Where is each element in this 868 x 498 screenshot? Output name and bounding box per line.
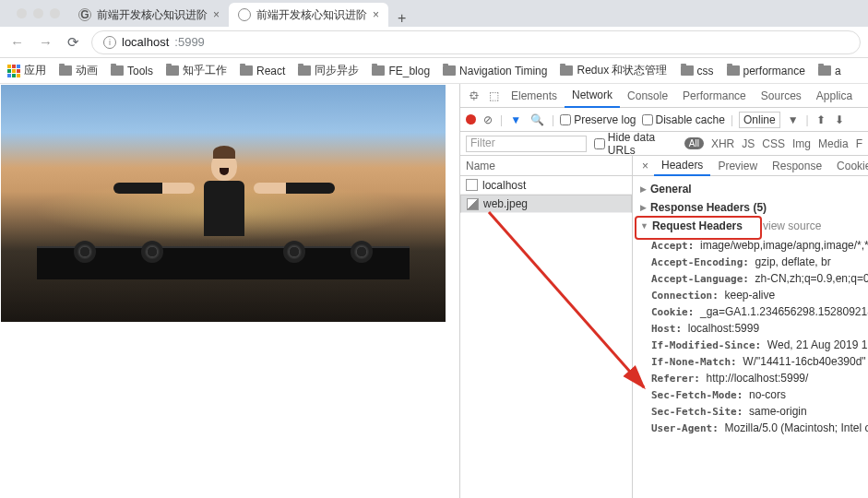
folder-icon — [111, 65, 124, 76]
favicon-icon — [238, 8, 251, 21]
view-source-link[interactable]: view source — [763, 219, 821, 232]
tab-preview[interactable]: Preview — [710, 156, 765, 175]
section-general[interactable]: ▶General — [633, 180, 868, 198]
reload-button[interactable]: ⟳ — [65, 34, 82, 51]
network-filter-bar: Filter Hide data URLs All XHR JS CSS Img… — [460, 132, 868, 156]
header-row: Sec-Fetch-Mode: no-cors — [651, 386, 868, 403]
bookmark-item[interactable]: a — [818, 65, 841, 77]
bookmark-item[interactable]: 动画 — [59, 63, 98, 78]
hide-data-urls-checkbox[interactable]: Hide data URLs — [594, 131, 677, 157]
bookmark-item[interactable]: Tools — [111, 65, 153, 77]
section-response-headers[interactable]: ▶Response Headers (5) — [633, 198, 868, 217]
tab-application[interactable]: Applica — [809, 84, 860, 107]
bookmark-item[interactable]: Redux 和状态管理 — [560, 63, 667, 78]
url-port: :5999 — [174, 35, 205, 49]
folder-icon — [372, 65, 385, 76]
tab-title: 前端开发核心知识进阶 — [256, 7, 367, 23]
chevron-down-icon[interactable]: ▼ — [786, 113, 801, 126]
network-toolbar: ⊘ | ▼ 🔍 | Preserve log Disable cache | O… — [460, 108, 868, 132]
header-row: Accept: image/webp,image/apng,image/*,*/… — [651, 237, 868, 254]
folder-icon — [818, 65, 831, 76]
apps-button[interactable]: 应用 — [7, 63, 46, 78]
disable-cache-checkbox[interactable]: Disable cache — [642, 113, 725, 126]
triangle-down-icon: ▼ — [640, 221, 648, 231]
detail-tabs: × Headers Preview Response Cookies Tir — [633, 156, 868, 176]
url-host: localhost — [122, 35, 169, 49]
header-row: Cookie: _ga=GA1.1.234656298.1528092185; … — [651, 303, 868, 320]
name-column-header[interactable]: Name — [460, 156, 632, 176]
filter-font[interactable]: F — [856, 137, 862, 150]
folder-icon — [727, 65, 740, 76]
header-row: If-None-Match: W/"14411-16cb40e390d" — [651, 353, 868, 370]
bookmark-item[interactable]: 知乎工作 — [166, 63, 227, 78]
header-row: User-Agent: Mozilla/5.0 (Macintosh; Inte… — [651, 420, 868, 436]
url-input[interactable]: i localhost:5999 — [91, 30, 861, 54]
section-request-headers[interactable]: ▼Request Headersview source — [633, 217, 868, 235]
tab-headers[interactable]: Headers — [654, 157, 710, 176]
traffic-max[interactable] — [50, 8, 60, 18]
tab-elements[interactable]: Elements — [504, 84, 565, 107]
traffic-min[interactable] — [33, 8, 43, 18]
window-controls — [7, 0, 69, 27]
inspect-icon[interactable]: ⯐ — [464, 89, 484, 102]
bookmarks-bar: 应用 动画 Tools 知乎工作 React 同步异步 FE_blog Navi… — [0, 58, 868, 84]
tab-strip: G 前端开发核心知识进阶 × 前端开发核心知识进阶 × + — [0, 0, 868, 27]
filter-icon[interactable]: ▼ — [508, 113, 523, 126]
filter-xhr[interactable]: XHR — [711, 137, 734, 150]
throttling-select[interactable]: Online — [739, 112, 780, 128]
close-detail-icon[interactable]: × — [636, 160, 654, 172]
tab-network[interactable]: Network — [565, 85, 620, 108]
filter-media[interactable]: Media — [818, 137, 849, 150]
folder-icon — [298, 65, 311, 76]
tab-cookies[interactable]: Cookies — [829, 156, 868, 175]
doc-icon — [466, 179, 478, 191]
tab-performance[interactable]: Performance — [675, 84, 754, 107]
header-row: Host: localhost:5999 — [651, 320, 868, 337]
folder-icon — [681, 65, 694, 76]
header-row: Referer: http://localhost:5999/ — [651, 370, 868, 386]
triangle-right-icon: ▶ — [640, 184, 647, 194]
folder-icon — [443, 65, 456, 76]
bookmark-item[interactable]: React — [240, 65, 285, 77]
browser-tab-0[interactable]: G 前端开发核心知识进阶 × — [69, 3, 229, 27]
bookmark-item[interactable]: 同步异步 — [298, 63, 359, 78]
header-row: Connection: keep-alive — [651, 287, 868, 303]
record-button[interactable] — [466, 114, 476, 125]
traffic-close[interactable] — [17, 8, 27, 18]
folder-icon — [59, 65, 72, 76]
request-row[interactable]: localhost — [460, 176, 632, 195]
bookmark-item[interactable]: FE_blog — [372, 65, 430, 77]
bookmark-item[interactable]: performance — [727, 65, 805, 77]
filter-css[interactable]: CSS — [762, 137, 785, 150]
filter-input[interactable]: Filter — [466, 136, 587, 152]
close-icon[interactable]: × — [213, 8, 220, 21]
preserve-log-checkbox[interactable]: Preserve log — [560, 113, 636, 126]
tab-sources[interactable]: Sources — [754, 84, 809, 107]
close-icon[interactable]: × — [373, 8, 379, 21]
device-icon[interactable]: ⬚ — [484, 89, 504, 102]
forward-button[interactable]: → — [36, 34, 55, 50]
site-info-icon[interactable]: i — [103, 36, 116, 49]
folder-icon — [240, 65, 253, 76]
tab-response[interactable]: Response — [765, 156, 829, 175]
upload-icon[interactable]: ⬆ — [814, 113, 827, 126]
download-icon[interactable]: ⬇ — [833, 113, 846, 126]
back-button[interactable]: ← — [7, 34, 27, 50]
browser-tab-1[interactable]: 前端开发核心知识进阶 × — [229, 3, 388, 27]
bookmark-item[interactable]: Navigation Timing — [443, 65, 547, 77]
new-tab-button[interactable]: + — [388, 10, 415, 27]
image-icon — [467, 198, 479, 210]
search-icon[interactable]: 🔍 — [529, 113, 546, 126]
bookmark-item[interactable]: css — [681, 65, 714, 77]
tab-console[interactable]: Console — [620, 84, 675, 107]
clear-icon[interactable]: ⊘ — [482, 113, 494, 126]
filter-js[interactable]: JS — [742, 137, 755, 150]
filter-all[interactable]: All — [684, 137, 704, 149]
apps-icon — [7, 65, 20, 77]
folder-icon — [166, 65, 179, 76]
header-row: Accept-Language: zh-CN,zh;q=0.9,en;q=0.8 — [651, 270, 868, 287]
tab-title: 前端开发核心知识进阶 — [97, 7, 208, 23]
request-row[interactable]: web.jpeg — [460, 195, 632, 213]
filter-img[interactable]: Img — [792, 137, 811, 150]
triangle-right-icon: ▶ — [640, 203, 647, 212]
